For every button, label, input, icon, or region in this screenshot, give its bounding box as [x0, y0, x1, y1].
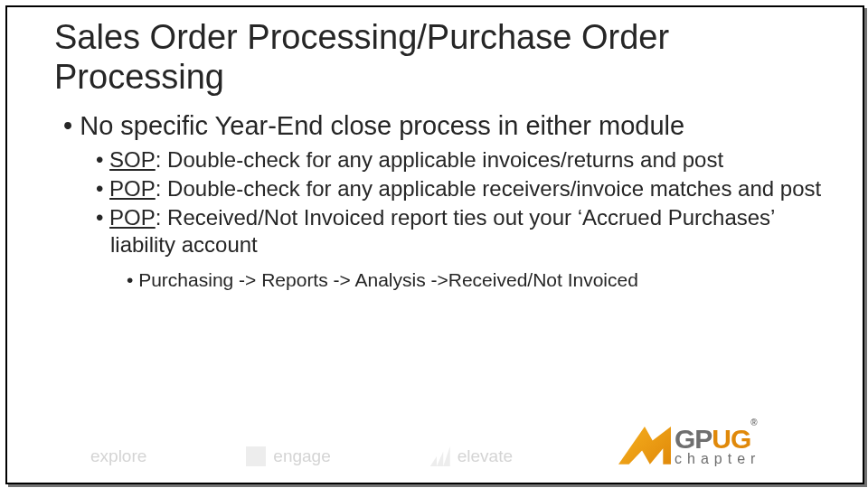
- bullet-lvl2: POP: Received/Not Invoiced report ties o…: [96, 204, 832, 258]
- logo-gp: GP: [675, 424, 712, 454]
- footer-word-label: engage: [273, 446, 330, 466]
- slide-title: Sales Order Processing/Purchase Order Pr…: [54, 18, 832, 97]
- logo-subtitle: chapter: [675, 453, 760, 465]
- logo-main: GPUG®: [675, 428, 760, 451]
- bullet-lvl2: POP: Double-check for any applicable rec…: [96, 175, 832, 202]
- logo-ug: UG: [712, 424, 750, 454]
- slide-content: Sales Order Processing/Purchase Order Pr…: [54, 18, 832, 292]
- bullet-text: : Double-check for any applicable receiv…: [156, 176, 821, 201]
- footer-word-engage: engage: [246, 446, 330, 466]
- puzzle-icon: [246, 446, 266, 466]
- bullet-text: : Received/Not Invoiced report ties out …: [110, 205, 775, 257]
- bullet-lvl1: No specific Year-End close process in ei…: [63, 109, 832, 142]
- footer-word-label: explore: [90, 446, 146, 466]
- gpug-logo: GPUG® chapter: [618, 421, 826, 472]
- logo-mountain-icon: [618, 427, 671, 466]
- bullet-lvl2: SOP: Double-check for any applicable inv…: [96, 146, 832, 174]
- stairs-icon: [430, 446, 450, 466]
- slide: Sales Order Processing/Purchase Order Pr…: [0, 0, 868, 488]
- bullet-text: : Double-check for any applicable invoic…: [156, 147, 723, 172]
- bullet-tag: POP: [109, 176, 156, 201]
- logo-text: GPUG® chapter: [675, 428, 760, 465]
- bullet-tag: SOP: [109, 147, 156, 172]
- footer-word-elevate: elevate: [430, 446, 513, 466]
- footer: explore engage elevate GPUG® chapter: [54, 418, 832, 472]
- bullet-tag: POP: [109, 205, 156, 230]
- bullet-lvl3: Purchasing -> Reports -> Analysis ->Rece…: [127, 267, 832, 292]
- footer-words: explore engage elevate: [90, 446, 513, 466]
- footer-word-label: elevate: [458, 446, 513, 466]
- registered-icon: ®: [750, 418, 756, 427]
- bullet-list: No specific Year-End close process in ei…: [54, 109, 832, 292]
- footer-word-explore: explore: [90, 446, 146, 466]
